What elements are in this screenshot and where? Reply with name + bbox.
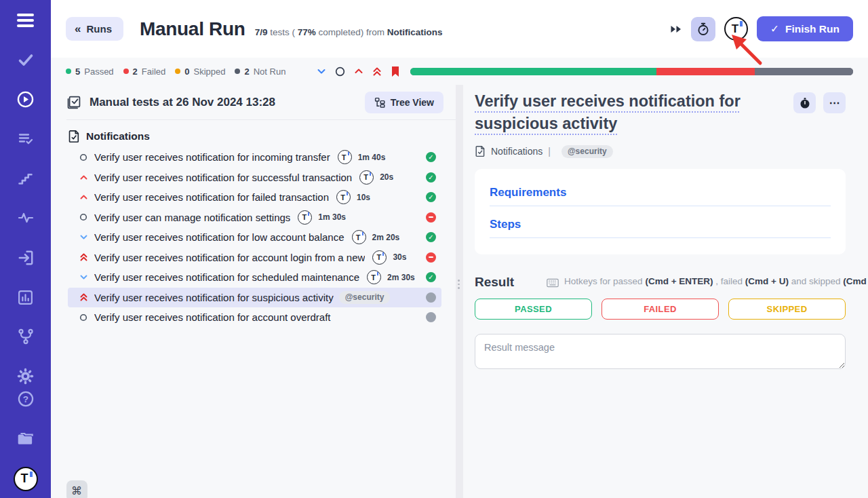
testomat-logo: T — [14, 467, 38, 491]
test-title: Verify user receives notification for lo… — [94, 231, 344, 243]
status-count[interactable]: 5 Passed — [66, 66, 114, 77]
double-chevron-up-icon[interactable] — [372, 66, 382, 77]
security-tag[interactable]: @security — [561, 145, 613, 158]
stopwatch-icon — [799, 97, 811, 109]
priority-icon — [79, 213, 88, 221]
subtitle-suite-name: Notifications — [387, 27, 443, 37]
check-icon[interactable] — [0, 48, 51, 71]
test-status-icon: ✓ — [426, 232, 436, 242]
run-progress-bar — [410, 68, 853, 75]
chevron-down-icon[interactable] — [317, 67, 326, 75]
progress-segment-failed — [656, 68, 755, 75]
test-title: Verify user receives notification for in… — [94, 151, 330, 163]
steps-icon[interactable] — [0, 167, 51, 189]
bookmark-icon[interactable] — [391, 66, 400, 77]
help-icon[interactable]: ? — [0, 387, 51, 410]
test-detail-title[interactable]: Verify user receives notification for su… — [475, 92, 741, 132]
passed-button[interactable]: PASSED — [475, 299, 592, 320]
topbar: « Runs Manual Run 7/9 tests ( 77% comple… — [51, 0, 868, 58]
test-duration: 2m 20s — [372, 233, 400, 242]
run-header: Manual tests at 26 Nov 2024 13:28 Tree V… — [66, 85, 456, 120]
more-options-button[interactable]: ⋯ — [823, 92, 846, 113]
priority-icon — [79, 233, 88, 241]
test-row[interactable]: Verify user receives notification for su… — [68, 288, 441, 308]
test-row[interactable]: Verify user receives notification for sc… — [68, 267, 441, 288]
logo-icon[interactable]: T — [0, 467, 51, 491]
circle-icon[interactable] — [335, 66, 345, 77]
testomat-badge-icon: T — [338, 150, 352, 164]
testomat-badge-icon: T — [359, 170, 374, 185]
test-title: Verify user receives notification for fa… — [94, 191, 329, 203]
status-count[interactable]: 2 Not Run — [235, 66, 285, 77]
test-row[interactable]: Verify user receives notification for ac… — [68, 248, 441, 268]
chevron-up-icon[interactable] — [354, 67, 363, 75]
status-count[interactable]: 2 Failed — [123, 66, 166, 77]
gear-icon[interactable] — [0, 365, 51, 387]
test-list: Verify user receives notification for in… — [66, 147, 456, 328]
priority-icon — [79, 153, 88, 161]
stopwatch-icon — [696, 22, 711, 37]
account-logo[interactable]: T — [724, 17, 748, 41]
test-status-icon — [426, 292, 436, 303]
tree-view-button[interactable]: Tree View — [365, 92, 443, 113]
back-to-runs-label: Runs — [86, 23, 112, 35]
testomat-badge-icon: T — [367, 270, 381, 284]
test-duration: 10s — [357, 193, 370, 202]
checklist-icon — [66, 95, 81, 110]
test-title: Verify user receives notification for ac… — [94, 311, 331, 323]
testomat-badge-icon: T — [298, 210, 312, 225]
pulse-icon[interactable] — [0, 207, 51, 229]
test-title: Verify user receives notification for ac… — [94, 252, 365, 263]
testomat-badge-icon: T — [372, 250, 387, 265]
test-sections-card: Requirements Steps — [475, 169, 846, 254]
fast-forward-icon[interactable] — [670, 24, 682, 34]
suite-header[interactable]: Notifications — [68, 130, 456, 143]
status-filter-tools — [317, 66, 400, 77]
test-row[interactable]: Verify user receives notification for fa… — [68, 187, 441, 208]
test-status-icon: ✓ — [426, 272, 436, 282]
test-row[interactable]: Verify user receives notification for ac… — [68, 307, 441, 328]
detail-timer-button[interactable] — [793, 92, 816, 113]
branch-icon[interactable] — [0, 326, 51, 348]
result-message-input[interactable] — [475, 334, 846, 369]
priority-icon — [79, 193, 88, 201]
status-counts: 5 Passed 2 Failed 0 Skipped 2 Not Run — [66, 66, 285, 77]
test-row[interactable]: Verify user receives notification for su… — [68, 168, 441, 188]
finish-run-button[interactable]: ✓ Finish Run — [757, 16, 853, 41]
back-to-runs-button[interactable]: « Runs — [66, 17, 123, 41]
page-title: Manual Run — [140, 18, 245, 40]
timer-button[interactable] — [691, 17, 715, 41]
main-area: « Runs Manual Run 7/9 tests ( 77% comple… — [51, 0, 868, 498]
import-icon[interactable] — [0, 246, 51, 269]
test-detail-panel: Verify user receives notification for su… — [463, 85, 868, 498]
play-circle-icon[interactable] — [0, 88, 51, 111]
skipped-button[interactable]: SKIPPED — [728, 299, 846, 320]
status-dot-icon — [175, 69, 180, 74]
finish-run-label: Finish Run — [785, 23, 840, 35]
priority-icon — [79, 174, 88, 181]
test-title: Verify user receives notification for su… — [94, 172, 352, 183]
double-chevron-left-icon: « — [75, 23, 81, 35]
status-dot-icon — [235, 69, 240, 74]
test-row[interactable]: Verify user receives notification for in… — [68, 147, 441, 168]
priority-icon — [79, 252, 88, 262]
panel-splitter[interactable] — [456, 85, 463, 498]
splitter-grip-icon — [458, 280, 460, 289]
status-count[interactable]: 0 Skipped — [175, 66, 225, 77]
test-status-icon: ✓ — [426, 172, 436, 183]
steps-section-header[interactable]: Steps — [490, 218, 831, 231]
test-row[interactable]: Verify user receives notification for lo… — [68, 227, 441, 248]
testomat-badge-icon: T — [336, 190, 351, 204]
folder-icon[interactable] — [0, 427, 51, 450]
run-name: Manual tests at 26 Nov 2024 13:28 — [90, 96, 275, 109]
breadcrumb-suite[interactable]: Notifications — [491, 146, 542, 157]
list-check-icon[interactable] — [0, 128, 51, 150]
failed-button[interactable]: FAILED — [601, 299, 719, 320]
command-shortcut-button[interactable]: ⌘ — [66, 480, 87, 498]
analytics-icon[interactable] — [0, 286, 51, 308]
requirements-section-header[interactable]: Requirements — [490, 186, 831, 199]
doc-icon — [475, 145, 486, 157]
menu-icon[interactable] — [0, 9, 51, 31]
priority-icon — [79, 273, 88, 281]
test-row[interactable]: Verify user can manage notification sett… — [68, 208, 441, 228]
